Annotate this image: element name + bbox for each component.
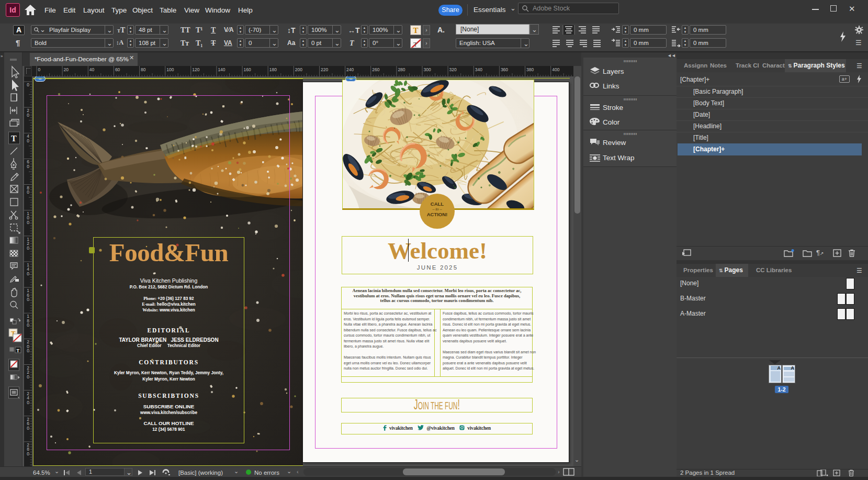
svg-text:0: 0 [27, 113, 29, 118]
svg-text:T: T [17, 348, 20, 353]
svg-text:160: 160 [244, 67, 251, 72]
svg-text:140: 140 [218, 67, 225, 72]
svg-text:0: 0 [27, 374, 29, 379]
svg-text:220: 220 [321, 67, 328, 72]
svg-text:380: 380 [526, 67, 534, 72]
svg-text:0: 0 [27, 297, 29, 302]
svg-text:0: 0 [27, 220, 29, 225]
svg-text:200: 200 [295, 67, 302, 72]
svg-text:320: 320 [449, 67, 457, 72]
svg-text:T: T [413, 40, 418, 48]
svg-text:0: 0 [27, 348, 29, 353]
svg-text:360: 360 [501, 67, 508, 72]
svg-text:100: 100 [166, 67, 174, 72]
svg-text:260: 260 [372, 67, 379, 72]
svg-text:0: 0 [38, 67, 41, 72]
svg-text:80: 80 [141, 67, 146, 72]
svg-text:40: 40 [89, 67, 95, 72]
svg-text:60: 60 [115, 67, 120, 72]
svg-text:0: 0 [27, 400, 29, 405]
svg-text:0: 0 [27, 245, 29, 251]
svg-text:0: 0 [27, 82, 29, 87]
svg-text:0: 0 [27, 189, 29, 195]
svg-text:0: 0 [27, 164, 29, 169]
svg-text:400: 400 [552, 67, 559, 72]
svg-text:340: 340 [475, 67, 482, 72]
svg-text:0: 0 [27, 322, 29, 328]
svg-text:120: 120 [192, 67, 199, 72]
svg-text:0: 0 [27, 271, 29, 276]
svg-text:0: 0 [27, 451, 29, 456]
svg-text:0: 0 [27, 426, 29, 431]
svg-text:T: T [11, 134, 17, 143]
svg-text:300: 300 [424, 67, 431, 72]
svg-text:0: 0 [27, 138, 29, 143]
svg-text:20: 20 [64, 67, 69, 72]
svg-text:280: 280 [398, 67, 405, 72]
svg-text:240: 240 [346, 67, 354, 72]
svg-text:180: 180 [269, 67, 277, 72]
